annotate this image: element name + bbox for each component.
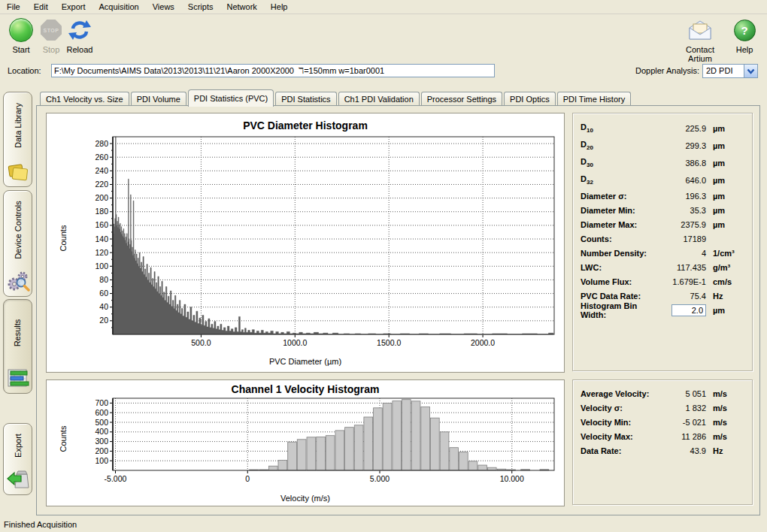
location-label: Location: (8, 66, 41, 75)
sidebar-item-data-library[interactable]: Data Library (3, 92, 32, 187)
doppler-analysis-value: 2D PDI (703, 65, 744, 77)
stat-value: 1.679E-1 (652, 277, 706, 286)
menu-item-help[interactable]: Help (264, 1, 295, 14)
stat-label: Counts: (581, 234, 652, 243)
stat-label: Average Velocity: (581, 389, 652, 398)
stat-unit: cm/s (706, 277, 746, 286)
doppler-analysis-select[interactable]: 2D PDI (702, 64, 758, 78)
sidebar-label-data-library: Data Library (14, 103, 23, 148)
stat-label: Velocity Min: (581, 418, 652, 427)
stat-unit: 1/cm³ (706, 249, 746, 258)
pvc-diameter-histogram-panel: PVC Diameter Histogram Counts 2040608010… (46, 113, 565, 373)
stat-value: 5 051 (652, 389, 706, 398)
velocity-y-axis-label: Counts (59, 416, 68, 461)
stat-unit: g/m³ (706, 263, 746, 272)
stat-unit: µm (706, 220, 746, 229)
folders-icon (6, 159, 30, 184)
tab-pdi-statistics[interactable]: PDI Statistics (275, 92, 336, 106)
pvc-diameter-y-axis-label: Counts (59, 216, 68, 261)
svg-text:5.000: 5.000 (370, 474, 390, 483)
menu-item-file[interactable]: File (0, 1, 27, 14)
sidebar-item-device-controls[interactable]: Device Controls (3, 190, 32, 297)
svg-text:400: 400 (95, 427, 108, 436)
stat-unit: m/s (706, 432, 746, 441)
stat-value: 225.9 (652, 124, 706, 133)
menu-item-acquisition[interactable]: Acquisition (92, 1, 146, 14)
help-label: Help (728, 45, 761, 54)
stat-unit: m/s (706, 404, 746, 413)
svg-text:20: 20 (99, 316, 108, 325)
stat-row: D10225.9µm (573, 119, 752, 137)
stat-label: Histogram Bin Width: (581, 301, 652, 319)
stat-value: 17189 (652, 234, 706, 243)
menu-item-export[interactable]: Export (55, 1, 92, 14)
svg-text:200: 200 (95, 193, 108, 202)
dropdown-arrow-icon[interactable] (744, 65, 757, 77)
menu-item-views[interactable]: Views (146, 1, 181, 14)
histogram-bin-width-input[interactable] (672, 304, 706, 316)
svg-text:1500.0: 1500.0 (377, 338, 401, 347)
svg-text:10.000: 10.000 (500, 474, 524, 483)
stat-value: 75.4 (652, 292, 706, 301)
velocity-statistics-panel: Average Velocity:5 051m/sVelocity σ:1 83… (572, 379, 753, 505)
svg-text:500.0: 500.0 (191, 338, 211, 347)
tab-ch1-pdi-validation[interactable]: Ch1 PDI Validation (338, 92, 420, 106)
stat-label: Diameter Max: (581, 220, 652, 229)
stop-sign-icon: STOP (41, 20, 62, 41)
stat-row: Counts:17189 (573, 231, 752, 246)
svg-text:600: 600 (95, 408, 108, 417)
tab-pdi-volume[interactable]: PDI Volume (131, 92, 186, 106)
reload-button[interactable]: Reload (63, 17, 96, 54)
sidebar-label-results: Results (14, 319, 23, 346)
tab-pdi-time-history[interactable]: PDI Time History (557, 92, 632, 106)
aims-application-window: FileEditExportAcquisitionViewsScriptsNet… (0, 0, 767, 532)
stat-row: Number Density:41/cm³ (573, 246, 752, 260)
reload-arrows-icon (63, 17, 96, 43)
help-button[interactable]: ? Help (728, 17, 761, 54)
contact-artium-label: Contact Artium (674, 45, 726, 63)
stat-value: 196.3 (652, 192, 706, 201)
svg-text:100: 100 (95, 456, 108, 465)
sidebar-item-export[interactable]: Export (3, 423, 32, 495)
svg-text:140: 140 (95, 234, 108, 243)
stat-row: Diameter σ:196.3µm (573, 189, 752, 203)
doppler-analysis-label: Doppler Analysis: (635, 66, 699, 75)
svg-text:80: 80 (99, 275, 108, 284)
sidebar-item-results[interactable]: Results (3, 299, 32, 394)
stat-label: Velocity Max: (581, 432, 652, 441)
stat-row: Histogram Bin Width:µm (573, 303, 752, 317)
status-bar: Finished Acquisition (0, 518, 767, 532)
stat-row: D32646.0µm (573, 171, 752, 189)
sidebar-label-device-controls: Device Controls (14, 201, 23, 259)
stat-unit: m/s (706, 418, 746, 427)
menu-item-edit[interactable]: Edit (27, 1, 55, 14)
stat-unit: µm (706, 124, 746, 133)
stat-unit: µm (706, 192, 746, 201)
svg-text:300: 300 (95, 437, 108, 446)
stat-value: 386.8 (652, 159, 706, 168)
tab-ch1-velocity-vs-size[interactable]: Ch1 Velocity vs. Size (40, 92, 129, 106)
velocity-histogram-title: Channel 1 Velocity Histogram (47, 383, 564, 395)
stat-value: 646.0 (652, 176, 706, 185)
tab-processor-settings[interactable]: Processor Settings (421, 92, 502, 106)
velocity-x-axis-label: Velocity (m/s) (47, 494, 564, 503)
diameter-statistics-panel: D10225.9µmD20299.3µmD30386.8µmD32646.0µm… (572, 113, 753, 371)
envelope-icon (674, 17, 726, 43)
svg-text:1000.0: 1000.0 (283, 338, 307, 347)
stat-value: 299.3 (652, 141, 706, 150)
stat-value: 4 (652, 249, 706, 258)
menu-item-scripts[interactable]: Scripts (181, 1, 220, 14)
tab-pdi-optics[interactable]: PDI Optics (504, 92, 556, 106)
stat-row: D20299.3µm (573, 137, 752, 154)
tab-pdi-statistics-pvc-[interactable]: PDI Statistics (PVC) (188, 89, 274, 107)
stat-label: Velocity σ: (581, 404, 652, 413)
location-input[interactable] (51, 64, 495, 77)
stat-label: D20 (581, 140, 652, 151)
start-button[interactable]: Start (5, 17, 38, 54)
stat-unit: Hz (706, 446, 746, 455)
svg-text:2000.0: 2000.0 (471, 338, 495, 347)
menu-item-network[interactable]: Network (220, 1, 263, 14)
contact-artium-button[interactable]: Contact Artium (674, 17, 726, 63)
svg-text:160: 160 (95, 220, 108, 229)
stat-row: Velocity Max:11 286m/s (573, 429, 752, 443)
